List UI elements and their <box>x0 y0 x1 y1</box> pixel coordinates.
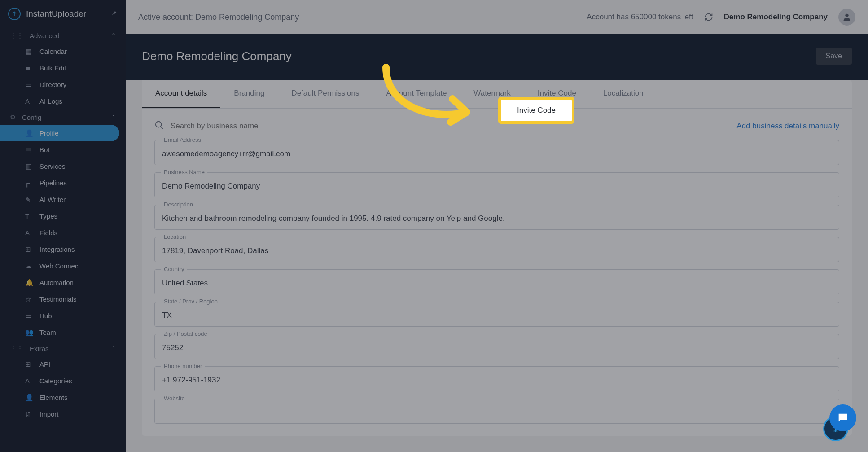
search-input[interactable] <box>171 122 736 131</box>
description-input[interactable] <box>155 205 839 229</box>
field-website: Website <box>154 399 839 424</box>
email-input[interactable] <box>155 140 839 165</box>
sidebar-header: InstantUploader <box>0 0 126 28</box>
sidebar-item-pipelines[interactable]: ╓Pipelines <box>0 175 126 191</box>
sidebar-item-fields[interactable]: AFields <box>0 224 126 241</box>
field-state: State / Prov / Region <box>154 302 839 327</box>
sidebar-item-categories[interactable]: ACategories <box>0 373 126 389</box>
tab-account-template[interactable]: Account Template <box>373 80 460 108</box>
zip-input[interactable] <box>155 334 839 359</box>
sidebar-section-label: Extras <box>30 345 49 352</box>
sidebar-item-bot[interactable]: ▤Bot <box>0 141 126 158</box>
sidebar-item-elements[interactable]: 👤Elements <box>0 389 126 406</box>
tab-invite-code-highlight[interactable]: Invite Code <box>501 100 572 121</box>
highlight-invite-code: Invite Code <box>495 95 577 126</box>
chevron-up-icon: ⌃ <box>111 345 116 351</box>
field-phone: Phone number <box>154 366 839 391</box>
field-label: Country <box>161 266 187 272</box>
sidebar-section-advanced[interactable]: ⋮⋮ Advanced ⌃ <box>0 28 126 43</box>
field-email: Email Address <box>154 140 839 165</box>
sidebar-section-label: Config <box>22 114 41 121</box>
field-zip: Zip / Postal code <box>154 334 839 359</box>
grip-icon: ⋮⋮ <box>10 344 23 352</box>
hero: Demo Remodeling Company Save <box>126 34 868 80</box>
sidebar-item-team[interactable]: 👥Team <box>0 324 126 341</box>
sidebar-item-webconnect[interactable]: ☁Web Connect <box>0 258 126 274</box>
tokens-left-text: Account has 650000 tokens left <box>587 13 693 22</box>
field-label: Website <box>161 395 188 402</box>
pipeline-icon: ╓ <box>25 179 30 187</box>
field-label: Phone number <box>161 363 205 369</box>
sidebar-item-automation[interactable]: 🔔Automation <box>0 274 126 291</box>
chat-bubble-button[interactable] <box>829 404 856 431</box>
field-label: Description <box>161 201 196 208</box>
sidebar-item-testimonials[interactable]: ☆Testimonials <box>0 291 126 307</box>
bot-icon: ▤ <box>25 146 31 154</box>
tab-localization[interactable]: Localization <box>590 80 657 108</box>
chevron-up-icon: ⌃ <box>111 32 116 39</box>
tab-branding[interactable]: Branding <box>220 80 278 108</box>
font-icon: A <box>25 229 30 237</box>
search-icon <box>154 120 164 132</box>
save-button[interactable]: Save <box>816 48 852 65</box>
sidebar-section-label: Advanced <box>30 32 60 39</box>
state-input[interactable] <box>155 302 839 326</box>
app-name: InstantUploader <box>26 9 110 19</box>
active-account-label: Active account: Demo Remodeling Company <box>138 13 299 22</box>
grip-icon: ⋮⋮ <box>10 31 23 39</box>
sidebar-item-import[interactable]: ⇵Import <box>0 406 126 422</box>
account-menu[interactable]: Demo Remodeling Company <box>724 13 828 22</box>
sidebar-section-extras[interactable]: ⋮⋮ Extras ⌃ <box>0 341 126 356</box>
refresh-icon[interactable] <box>704 13 713 22</box>
pencil-icon: ✎ <box>25 196 31 204</box>
sidebar-item-profile[interactable]: 👤Profile <box>0 125 119 141</box>
sidebar-item-api[interactable]: ⊞API <box>0 356 126 373</box>
sidebar-item-types[interactable]: TтTypes <box>0 208 126 224</box>
field-description: Description <box>154 205 839 230</box>
sidebar-item-ailogs[interactable]: AAI Logs <box>0 93 126 110</box>
hub-icon: ▭ <box>25 312 31 320</box>
sidebar-item-hub[interactable]: ▭Hub <box>0 307 126 324</box>
location-input[interactable] <box>155 237 839 262</box>
sidebar-item-calendar[interactable]: ▦Calendar <box>0 43 126 60</box>
svg-point-1 <box>156 122 162 127</box>
field-label: Email Address <box>161 136 204 143</box>
font-icon: A <box>25 377 30 385</box>
tab-default-permissions[interactable]: Default Permissions <box>278 80 373 108</box>
cloud-icon: ☁ <box>25 262 32 270</box>
field-country: Country <box>154 269 839 294</box>
svg-point-0 <box>845 14 848 17</box>
sidebar: InstantUploader ⋮⋮ Advanced ⌃ ▦Calendar … <box>0 0 126 452</box>
user-icon: 👤 <box>25 394 34 402</box>
plus-box-icon: ⊞ <box>25 246 31 254</box>
star-icon: ☆ <box>25 295 31 303</box>
country-input[interactable] <box>155 270 839 294</box>
field-label: Zip / Postal code <box>161 330 210 337</box>
field-business-name: Business Name <box>154 172 839 197</box>
sidebar-item-aiwriter[interactable]: ✎AI Writer <box>0 191 126 208</box>
sidebar-item-directory[interactable]: ▭Directory <box>0 76 126 93</box>
plus-box-icon: ⊞ <box>25 360 31 369</box>
sidebar-item-integrations[interactable]: ⊞Integrations <box>0 241 126 258</box>
main: Active account: Demo Remodeling Company … <box>126 0 868 452</box>
book-icon: ▭ <box>25 81 31 89</box>
sidebar-item-bulkedit[interactable]: ≣Bulk Edit <box>0 60 126 76</box>
stack-icon: ▥ <box>25 162 31 171</box>
business-name-input[interactable] <box>155 173 839 197</box>
team-icon: 👥 <box>25 329 34 337</box>
pin-icon[interactable] <box>110 9 118 18</box>
website-input[interactable] <box>155 399 839 423</box>
sidebar-section-config[interactable]: ⚙ Config ⌃ <box>0 110 126 125</box>
bell-icon: 🔔 <box>25 279 34 287</box>
content: Add business details manually Email Addr… <box>142 109 852 436</box>
avatar[interactable] <box>838 9 855 26</box>
tab-account-details[interactable]: Account details <box>142 80 220 108</box>
font-icon: A <box>25 97 30 105</box>
field-label: Business Name <box>161 169 207 176</box>
gear-icon: ⚙ <box>10 113 16 121</box>
phone-input[interactable] <box>155 367 839 391</box>
topbar: Active account: Demo Remodeling Company … <box>126 0 868 34</box>
sidebar-item-services[interactable]: ▥Services <box>0 158 126 175</box>
add-business-link[interactable]: Add business details manually <box>736 122 839 131</box>
field-label: Location <box>161 233 189 240</box>
